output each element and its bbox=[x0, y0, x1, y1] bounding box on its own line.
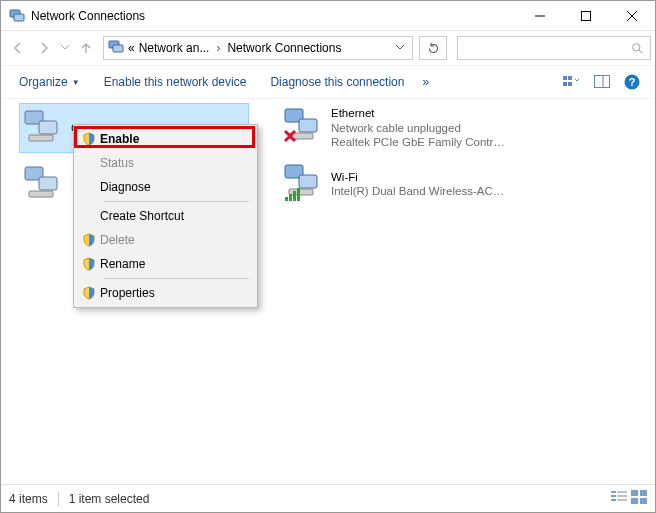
menu-separator bbox=[104, 201, 249, 202]
svg-rect-1 bbox=[14, 14, 24, 21]
svg-rect-34 bbox=[293, 191, 296, 201]
adapter-ethernet[interactable]: Ethernet Network cable unplugged Realtek… bbox=[279, 103, 509, 153]
menu-label: Delete bbox=[100, 233, 247, 247]
refresh-button[interactable] bbox=[419, 36, 447, 60]
status-bar: 4 items 1 item selected bbox=[1, 484, 655, 512]
svg-rect-28 bbox=[29, 191, 53, 197]
adapter-icon bbox=[281, 161, 325, 205]
forward-button[interactable] bbox=[31, 35, 57, 61]
svg-rect-40 bbox=[611, 499, 616, 501]
svg-rect-38 bbox=[611, 495, 616, 497]
svg-rect-22 bbox=[299, 119, 317, 132]
adapter-name: Ethernet bbox=[331, 106, 507, 120]
svg-line-9 bbox=[639, 50, 642, 53]
svg-rect-39 bbox=[617, 495, 627, 497]
svg-rect-36 bbox=[611, 491, 616, 493]
svg-rect-33 bbox=[289, 194, 292, 201]
breadcrumb-prefix[interactable]: « bbox=[126, 41, 137, 55]
context-menu: Enable Status Diagnose Create Shortcut D… bbox=[73, 124, 258, 308]
svg-rect-45 bbox=[640, 498, 647, 504]
adapter-device: Intel(R) Dual Band Wireless-AC 31... bbox=[331, 184, 507, 198]
preview-pane-button[interactable] bbox=[589, 71, 615, 93]
large-icons-view-button[interactable] bbox=[631, 490, 647, 507]
svg-rect-12 bbox=[563, 82, 567, 86]
address-bar[interactable]: « Network an... › Network Connections bbox=[103, 36, 413, 60]
app-icon bbox=[9, 8, 25, 24]
svg-rect-19 bbox=[39, 121, 57, 134]
window-title: Network Connections bbox=[31, 9, 517, 23]
svg-rect-13 bbox=[568, 82, 572, 86]
svg-rect-14 bbox=[595, 76, 610, 88]
svg-rect-43 bbox=[640, 490, 647, 496]
adapter-icon bbox=[281, 105, 325, 149]
svg-rect-44 bbox=[631, 498, 638, 504]
search-box[interactable] bbox=[457, 36, 651, 60]
diagnose-connection-button[interactable]: Diagnose this connection bbox=[262, 71, 412, 93]
address-icon bbox=[108, 39, 124, 58]
menu-enable[interactable]: Enable bbox=[76, 127, 255, 151]
svg-rect-10 bbox=[563, 76, 567, 80]
menu-label: Diagnose bbox=[100, 180, 247, 194]
maximize-button[interactable] bbox=[563, 1, 609, 31]
adapter-status: Network cable unplugged bbox=[331, 121, 507, 135]
menu-properties[interactable]: Properties bbox=[76, 281, 255, 305]
breadcrumb-level1[interactable]: Network an... bbox=[137, 41, 212, 55]
menu-separator bbox=[104, 278, 249, 279]
adapter-icon bbox=[21, 105, 65, 149]
svg-rect-11 bbox=[568, 76, 572, 80]
adapter-device: Realtek PCIe GbE Family Controller bbox=[331, 135, 507, 149]
breadcrumb-level2[interactable]: Network Connections bbox=[225, 41, 343, 55]
details-view-button[interactable] bbox=[611, 490, 627, 507]
svg-rect-37 bbox=[617, 491, 627, 493]
toolbar-overflow[interactable]: » bbox=[420, 71, 431, 93]
svg-rect-27 bbox=[39, 177, 57, 190]
close-button[interactable] bbox=[609, 1, 655, 31]
shield-icon bbox=[78, 257, 100, 271]
chevron-down-icon: ▼ bbox=[72, 78, 80, 87]
svg-rect-35 bbox=[297, 188, 300, 201]
help-button[interactable]: ? bbox=[619, 71, 645, 93]
svg-rect-7 bbox=[113, 45, 123, 52]
shield-icon bbox=[78, 233, 100, 247]
menu-diagnose[interactable]: Diagnose bbox=[76, 175, 255, 199]
nav-row: « Network an... › Network Connections bbox=[1, 31, 655, 65]
history-dropdown[interactable] bbox=[57, 35, 73, 61]
adapter-name: Wi-Fi bbox=[331, 170, 507, 184]
title-bar: Network Connections bbox=[1, 1, 655, 31]
svg-rect-32 bbox=[285, 197, 288, 201]
organize-label: Organize bbox=[19, 75, 68, 89]
back-button[interactable] bbox=[5, 35, 31, 61]
menu-label: Create Shortcut bbox=[100, 209, 247, 223]
shield-icon bbox=[78, 286, 100, 300]
enable-device-label: Enable this network device bbox=[104, 75, 247, 89]
menu-label: Status bbox=[100, 156, 247, 170]
svg-rect-20 bbox=[29, 135, 53, 141]
menu-create-shortcut[interactable]: Create Shortcut bbox=[76, 204, 255, 228]
adapter-icon bbox=[21, 161, 65, 205]
svg-rect-30 bbox=[299, 175, 317, 188]
organize-menu[interactable]: Organize ▼ bbox=[11, 71, 88, 93]
menu-rename[interactable]: Rename bbox=[76, 252, 255, 276]
svg-rect-41 bbox=[617, 499, 627, 501]
menu-label: Enable bbox=[100, 132, 247, 146]
adapter-wifi[interactable]: Wi-Fi Intel(R) Dual Band Wireless-AC 31.… bbox=[279, 159, 509, 209]
menu-label: Properties bbox=[100, 286, 247, 300]
chevron-right-icon[interactable]: › bbox=[211, 41, 225, 55]
diagnose-label: Diagnose this connection bbox=[270, 75, 404, 89]
svg-text:?: ? bbox=[629, 76, 636, 88]
selection-count: 1 item selected bbox=[69, 492, 150, 506]
menu-delete: Delete bbox=[76, 228, 255, 252]
item-count: 4 items bbox=[9, 492, 48, 506]
shield-icon bbox=[78, 132, 100, 146]
enable-device-button[interactable]: Enable this network device bbox=[96, 71, 255, 93]
menu-label: Rename bbox=[100, 257, 247, 271]
minimize-button[interactable] bbox=[517, 1, 563, 31]
svg-rect-3 bbox=[582, 11, 591, 20]
svg-point-8 bbox=[633, 43, 640, 50]
up-button[interactable] bbox=[73, 35, 99, 61]
address-dropdown[interactable] bbox=[390, 45, 410, 51]
svg-rect-31 bbox=[289, 189, 313, 195]
menu-status: Status bbox=[76, 151, 255, 175]
toolbar: Organize ▼ Enable this network device Di… bbox=[1, 65, 655, 99]
view-options-button[interactable] bbox=[559, 71, 585, 93]
